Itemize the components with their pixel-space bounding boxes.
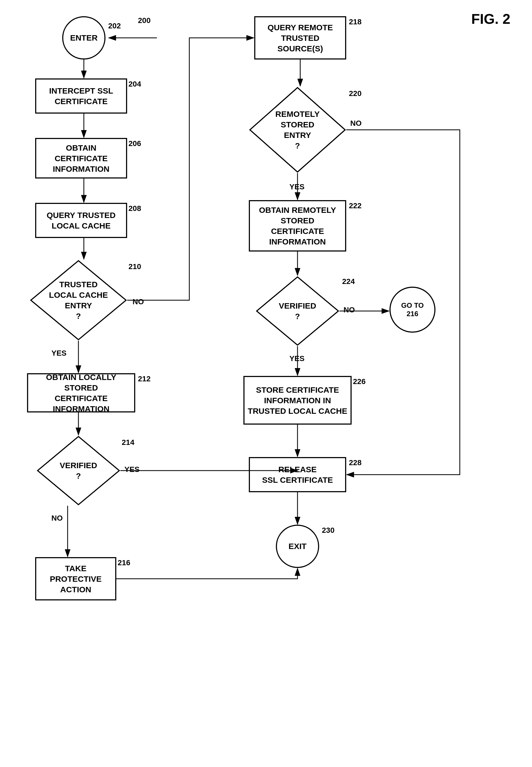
verified1-label: VERIFIED ?: [60, 460, 97, 481]
trusted-local-label: TRUSTED LOCAL CACHE ENTRY ?: [49, 279, 108, 321]
intercept-node: INTERCEPT SSL CERTIFICATE: [35, 78, 127, 114]
obtain-cert-node: OBTAIN CERTIFICATE INFORMATION: [35, 138, 127, 178]
take-action-label: TAKE PROTECTIVE ACTION: [50, 563, 102, 595]
enter-node: ENTER: [62, 16, 105, 59]
label-220: 220: [349, 89, 362, 98]
label-228: 228: [349, 458, 362, 467]
remote-entry-diamond: REMOTELY STORED ENTRY ?: [249, 87, 346, 173]
label-230: 230: [322, 526, 335, 535]
obtain-remote-label: OBTAIN REMOTELY STORED CERTIFICATE INFOR…: [259, 205, 336, 247]
yes-label-224: YES: [289, 354, 305, 363]
release-ssl-label: RELEASE SSL CERTIFICATE: [262, 464, 333, 485]
label-212: 212: [138, 375, 151, 383]
store-cert-node: STORE CERTIFICATE INFORMATION IN TRUSTED…: [243, 376, 352, 425]
trusted-local-diamond: TRUSTED LOCAL CACHE ENTRY ?: [30, 260, 127, 341]
obtain-remote-node: OBTAIN REMOTELY STORED CERTIFICATE INFOR…: [249, 200, 346, 252]
label-206: 206: [128, 139, 141, 148]
label-200: 200: [138, 16, 151, 25]
verified1-diamond: VERIFIED ?: [37, 435, 120, 506]
obtain-cert-label: OBTAIN CERTIFICATE INFORMATION: [39, 143, 123, 174]
label-216: 216: [118, 558, 130, 567]
yes-label-220: YES: [289, 183, 305, 191]
enter-label: ENTER: [70, 33, 98, 42]
yes-label-214: YES: [124, 465, 140, 474]
query-local-node: QUERY TRUSTED LOCAL CACHE: [35, 203, 127, 238]
figure-label: FIG. 2: [471, 11, 510, 27]
label-222: 222: [349, 201, 362, 210]
exit-label: EXIT: [289, 542, 307, 551]
goto216-label: GO TO 216: [401, 301, 424, 318]
take-action-node: TAKE PROTECTIVE ACTION: [35, 557, 116, 600]
query-local-label: QUERY TRUSTED LOCAL CACHE: [47, 210, 115, 231]
store-cert-label: STORE CERTIFICATE INFORMATION IN TRUSTED…: [248, 385, 347, 416]
no-label-214: NO: [51, 514, 63, 523]
intercept-label: INTERCEPT SSL CERTIFICATE: [49, 85, 113, 107]
exit-node: EXIT: [276, 525, 319, 568]
query-remote-label: QUERY REMOTE TRUSTED SOURCE(S): [267, 22, 333, 54]
no-label-220: NO: [350, 119, 362, 128]
label-214: 214: [122, 438, 134, 447]
label-210: 210: [128, 262, 141, 271]
goto216-node: GO TO 216: [389, 287, 435, 333]
no-label-210: NO: [133, 297, 144, 306]
label-204: 204: [128, 80, 141, 88]
verified2-label: VERIFIED ?: [279, 300, 316, 322]
label-218: 218: [349, 18, 362, 26]
remote-entry-label: REMOTELY STORED ENTRY ?: [275, 109, 320, 151]
label-224: 224: [342, 277, 355, 286]
label-226: 226: [353, 377, 366, 386]
query-remote-node: QUERY REMOTE TRUSTED SOURCE(S): [254, 16, 346, 59]
no-label-224: NO: [343, 306, 355, 314]
obtain-local-node: OBTAIN LOCALLY STORED CERTIFICATE INFORM…: [27, 373, 135, 412]
obtain-local-label: OBTAIN LOCALLY STORED CERTIFICATE INFORM…: [31, 372, 131, 414]
label-202: 202: [108, 22, 121, 30]
release-ssl-node: RELEASE SSL CERTIFICATE: [249, 457, 346, 492]
label-208: 208: [128, 204, 141, 213]
verified2-diamond: VERIFIED ?: [256, 276, 339, 346]
flowchart-diagram: FIG. 2 ENTER 202 200 INTERCEPT SSL CERTI…: [0, 0, 532, 767]
yes-label-210: YES: [51, 349, 67, 358]
